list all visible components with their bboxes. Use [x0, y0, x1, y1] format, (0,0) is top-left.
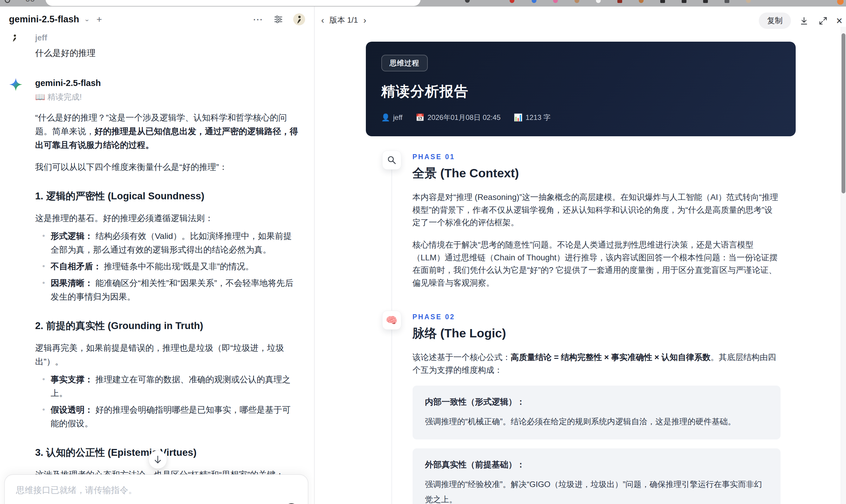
next-version-button[interactable]: › — [362, 15, 367, 25]
browser-profile-avatar[interactable] — [746, 0, 751, 3]
scroll-to-bottom-button[interactable] — [148, 450, 167, 469]
extension-icon[interactable] — [553, 0, 558, 3]
card-title: 内部一致性（形式逻辑）： — [425, 396, 768, 408]
artifact-actions: 复制 × — [759, 13, 842, 29]
extension-icon[interactable] — [575, 0, 579, 3]
list-item: 假设透明： 好的推理会明确指明哪些是已知事实，哪些是基于可能的假设。 — [35, 403, 298, 430]
message-author: jeff — [35, 32, 298, 42]
report-meta: 👤jeff 📅2026年01月08日 02:45 📊1213 字 — [381, 113, 780, 122]
composer-placeholder: 思维接口已就绪，请传输指令。 — [16, 484, 297, 496]
phase-section-context: PHASE 01 全景 (The Context) 本内容是对“推理 (Reas… — [366, 153, 796, 289]
user-avatar[interactable] — [293, 13, 305, 25]
report-badge: 思维过程 — [381, 55, 428, 71]
section-intro: 这是推理的基石。好的推理必须遵循逻辑法则： — [35, 211, 298, 225]
browser-tabs-icon[interactable]: OO — [25, 0, 33, 2]
address-bar[interactable] — [46, 0, 421, 6]
close-button[interactable]: × — [836, 15, 842, 27]
extension-icon[interactable] — [682, 0, 686, 3]
phase-paragraph: 本内容是对“推理 (Reasoning)”这一抽象概念的高层建模。在知识爆炸与人… — [412, 191, 780, 229]
browser-nav-icon[interactable] — [5, 0, 10, 3]
message-text: 什么是好的推理 — [35, 47, 298, 59]
model-selector[interactable]: gemini-2.5-flash — [9, 14, 79, 25]
download-icon — [799, 16, 809, 25]
copy-button[interactable]: 复制 — [759, 13, 791, 29]
browser-menu-icon[interactable] — [837, 0, 844, 5]
browser-toolbar: OO — [0, 0, 846, 6]
report-date: 2026年01月08日 02:45 — [427, 113, 501, 122]
section-intro: 逻辑再完美，如果前提是错误的，推理也是垃圾（即“垃圾进，垃圾出”）。 — [35, 341, 298, 368]
expand-icon — [819, 17, 827, 25]
extension-icon[interactable] — [617, 0, 622, 3]
extension-icon[interactable] — [660, 0, 665, 3]
card-body: 强调推理的“经验校准”。解决“GIGO（垃圾进，垃圾出）”问题，确保推理引擎运行… — [425, 477, 768, 504]
gemini-icon — [9, 78, 35, 91]
gemini-star-icon — [9, 78, 23, 91]
word-count-icon: 📊 — [514, 113, 523, 122]
phase-paragraph: 该论述基于一个核心公式：高质量结论 = 结构完整性 × 事实准确性 × 认知自律… — [412, 351, 780, 376]
chevron-down-icon[interactable]: ⌄ — [84, 16, 90, 23]
phase-label: PHASE 02 — [412, 313, 780, 321]
brain-icon: 🧠 — [386, 314, 398, 326]
chat-header: gemini-2.5-flash ⌄ + ⋯ — [0, 6, 314, 32]
list-item: 不自相矛盾： 推理链条中不能出现“既是又非”的情况。 — [35, 259, 298, 273]
author-icon: 👤 — [381, 113, 390, 122]
chat-panel: gemini-2.5-flash ⌄ + ⋯ — [0, 6, 315, 504]
phase-title: 全景 (The Context) — [412, 165, 780, 181]
card-title: 外部真实性（前提基础）： — [425, 459, 768, 470]
phase-label: PHASE 01 — [412, 153, 780, 161]
card-body: 强调推理的“机械正确”。结论必须在给定的规则系统内逻辑自洽，这是推理的硬件基础。 — [425, 414, 768, 429]
app-window: gemini-2.5-flash ⌄ + ⋯ — [0, 6, 846, 504]
list-item: 事实支撑： 推理建立在可靠的数据、准确的观测或公认的真理之上。 — [35, 373, 298, 400]
extension-icon[interactable] — [510, 0, 514, 3]
version-label: 版本 1/1 — [330, 15, 358, 25]
phase-title: 脉络 (The Logic) — [412, 325, 780, 342]
bullet-list: 事实支撑： 推理建立在可靠的数据、准确的观测或公认的真理之上。 假设透明： 好的… — [35, 373, 298, 431]
extension-icon[interactable] — [639, 0, 644, 3]
expand-button[interactable] — [817, 15, 829, 27]
dimension-card: 外部真实性（前提基础）： 强调推理的“经验校准”。解决“GIGO（垃圾进，垃圾出… — [412, 448, 780, 504]
phase-icon-card — [382, 150, 401, 169]
message-list: jeff 什么是好的推理 — [9, 32, 301, 504]
version-navigation: ‹ 版本 1/1 › — [320, 15, 367, 25]
assistant-message: gemini-2.5-flash 📖 精读完成! “什么是好的推理？”这是一个涉… — [9, 78, 301, 504]
person-sketch-icon — [296, 15, 303, 24]
extension-icon[interactable] — [596, 0, 601, 3]
magnifier-icon — [387, 155, 396, 165]
arrow-down-icon — [154, 455, 162, 464]
previous-version-button[interactable]: ‹ — [320, 15, 325, 25]
scrollbar-track[interactable] — [841, 27, 846, 504]
assistant-name: gemini-2.5-flash — [35, 78, 298, 88]
phase-section-logic: 🧠 PHASE 02 脉络 (The Logic) 该论述基于一个核心公式：高质… — [366, 313, 796, 504]
extension-icon[interactable] — [532, 0, 536, 3]
report-hero-card: 思维过程 精读分析报告 👤jeff 📅2026年01月08日 02:45 📊12… — [366, 42, 796, 136]
extension-icon[interactable] — [703, 0, 708, 3]
settings-sliders-button[interactable] — [272, 13, 284, 25]
dimension-card: 内部一致性（形式逻辑）： 强调推理的“机械正确”。结论必须在给定的规则系统内逻辑… — [412, 385, 780, 439]
section-heading: 1. 逻辑的严密性 (Logical Soundness) — [35, 190, 298, 203]
user-message: jeff 什么是好的推理 — [9, 32, 301, 59]
bullet-list: 形式逻辑： 结构必须有效（Valid）。比如演绎推理中，如果前提全部为真，那么通… — [35, 229, 298, 304]
phase-icon-card: 🧠 — [382, 311, 401, 330]
extension-icon[interactable] — [725, 0, 729, 3]
sliders-icon — [274, 15, 283, 24]
report-title: 精读分析报告 — [381, 82, 780, 101]
report-word-count: 1213 字 — [525, 113, 550, 122]
assistant-status: 📖 精读完成! — [35, 92, 298, 102]
more-menu-button[interactable]: ⋯ — [253, 16, 263, 22]
extension-icon[interactable] — [465, 0, 470, 3]
new-topic-button[interactable]: + — [96, 14, 102, 25]
artifact-header: ‹ 版本 1/1 › 复制 × — [315, 6, 846, 35]
message-composer[interactable]: 思维接口已就绪，请传输指令。 — [4, 474, 309, 504]
report-author: jeff — [393, 113, 403, 122]
artifact-panel: ‹ 版本 1/1 › 复制 × — [315, 6, 846, 504]
assistant-paragraph: “什么是好的推理？”这是一个涉及逻辑学、认知科学和哲学核心的问题。简单来说，好的… — [35, 111, 298, 152]
scrollbar-thumb[interactable] — [842, 33, 845, 193]
download-button[interactable] — [798, 15, 810, 27]
book-icon: 📖 — [35, 92, 45, 102]
calendar-icon: 📅 — [416, 113, 424, 122]
phase-paragraph: 核心情境在于解决“思考的随意性”问题。不论是人类通过批判性思维进行决策，还是大语… — [412, 239, 780, 289]
list-item: 因果清晰： 能准确区分“相关性”和“因果关系”，不会轻率地将先后发生的事情归为因… — [35, 276, 298, 304]
assistant-paragraph: 我们可以从以下四个维度来衡量什么是“好的推理”： — [35, 160, 298, 174]
section-heading: 2. 前提的真实性 (Grounding in Truth) — [35, 319, 298, 332]
list-item: 形式逻辑： 结构必须有效（Valid）。比如演绎推理中，如果前提全部为真，那么通… — [35, 229, 298, 256]
